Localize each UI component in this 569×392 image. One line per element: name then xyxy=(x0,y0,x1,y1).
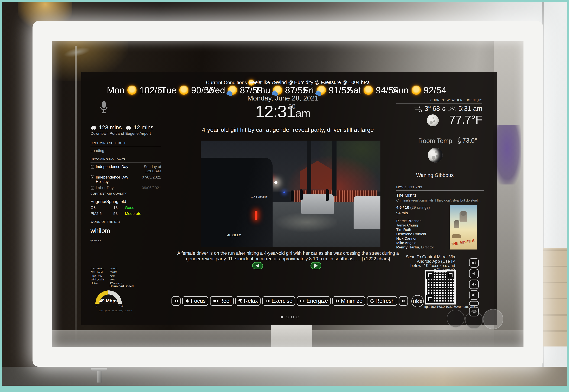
calendar-icon xyxy=(91,185,94,190)
word: whilom xyxy=(91,227,161,235)
parked-car xyxy=(354,196,380,229)
refresh-icon xyxy=(370,299,374,303)
officer-silhouette xyxy=(291,190,294,201)
sunny-icon xyxy=(127,85,137,95)
blank-pill-button[interactable] xyxy=(469,301,479,306)
commute-duration: 123 mins xyxy=(99,124,122,131)
word-of-the-day: WORD OF THE DAY whilom former xyxy=(91,220,161,243)
vanity-counter xyxy=(2,367,567,386)
car-icon xyxy=(91,125,97,130)
volume-up-button[interactable] xyxy=(469,258,479,268)
aq-status: Good xyxy=(125,205,134,210)
scene-toolbar: Focus Reef Relax Exercise Energize Minim… xyxy=(171,296,408,306)
pagination-dot[interactable] xyxy=(286,316,289,318)
lamp-glow xyxy=(18,2,72,28)
aq-status: Moderate xyxy=(125,211,141,216)
wind-direction: N xyxy=(428,105,431,109)
sunrise-time: 5:31 am xyxy=(458,105,482,112)
battery-icon xyxy=(300,299,305,303)
section-header: UPCOMING SCHEDULE xyxy=(91,141,161,146)
sunny-icon xyxy=(412,85,421,95)
pagination-dot[interactable] xyxy=(291,316,294,318)
gauge-max: 100 xyxy=(119,305,123,307)
towel-reflection xyxy=(271,324,312,347)
forecast-day: Thu87/55 xyxy=(254,85,308,95)
news-body: A female driver is on the run after hitt… xyxy=(177,250,399,262)
shower-bar-reflection xyxy=(75,46,77,341)
room-temp-value: 73.0° xyxy=(458,137,477,144)
mute-button[interactable] xyxy=(469,280,479,289)
forecast-day: Sat94/54 xyxy=(347,85,399,95)
word-definition: former xyxy=(91,239,161,243)
forecast-day: Wed87/59 xyxy=(207,85,263,95)
movie-listings: MOVIE LISTINGS The Misfits Criminals are… xyxy=(396,186,484,250)
news-photo: WORKFORIT MURILLO xyxy=(201,140,380,247)
hide-button[interactable]: Hide xyxy=(411,295,424,307)
upcoming-schedule: UPCOMING SCHEDULE Loading ... xyxy=(91,141,161,153)
energize-mode-button[interactable]: Energize xyxy=(297,296,331,306)
moon-phase-label: Waning Gibbous xyxy=(416,172,454,178)
sunny-icon xyxy=(179,85,188,95)
forecast-day: Mon102/61 xyxy=(107,85,167,95)
prev-article-button[interactable] xyxy=(252,262,263,269)
current-weather-header: CURRENT WEATHER EUGENE,US xyxy=(396,98,482,103)
officer-silhouette xyxy=(300,189,303,200)
relax-mode-button[interactable]: Relax xyxy=(235,296,261,306)
tail-light xyxy=(255,211,257,220)
schedule-status: Loading ... xyxy=(91,148,161,153)
minimize-button[interactable]: Minimize xyxy=(332,296,365,306)
scan-instructions: Scan To Control Mirror Via Android App (… xyxy=(396,255,455,272)
movie-poster: THE MISFITS xyxy=(450,205,477,250)
focus-mode-button[interactable]: Focus xyxy=(182,296,208,306)
fast-forward-button[interactable] xyxy=(399,296,408,306)
silver-car xyxy=(301,194,334,214)
volume-down-button[interactable] xyxy=(469,290,479,300)
date-label: Monday, June 28, 2021 xyxy=(248,94,319,102)
movie-runtime: 94 min xyxy=(396,211,450,215)
movie-director: Renny Harlin xyxy=(396,245,419,249)
beach-umbrella-icon xyxy=(238,299,243,303)
reef-mode-button[interactable]: Reef xyxy=(210,296,234,306)
sunny-icon xyxy=(364,85,373,95)
gauge-min: 0 xyxy=(96,305,97,307)
rewind-button[interactable] xyxy=(171,296,181,306)
speaker-mute-icon xyxy=(471,282,477,287)
refresh-button[interactable]: Refresh xyxy=(367,296,398,306)
next-article-button[interactable] xyxy=(310,262,321,269)
pressure-reading: Pressure @ 1004 hPa xyxy=(321,80,370,85)
page-indicator xyxy=(281,316,299,318)
speaker-low-icon xyxy=(471,293,477,297)
movie-cast: Pierce Brosnan Jamie Chung Tim Roth Herm… xyxy=(396,219,450,249)
pickup-truck: WORKFORIT MURILLO xyxy=(201,158,273,247)
current-conditions-label: Current Conditions xyxy=(206,80,247,85)
gauge-title: Download Speed xyxy=(96,284,147,288)
volume-controls xyxy=(469,258,479,316)
feels-like: Feels like 79° xyxy=(249,80,279,85)
police-light-blue xyxy=(283,192,285,193)
exercise-mode-button[interactable]: Exercise xyxy=(262,296,295,306)
mirror-power-icon xyxy=(465,311,483,329)
current-weather-row: 3N 68 5:31 am xyxy=(396,105,482,112)
news-headline: 4-year-old girl hit by car at gender rev… xyxy=(202,126,374,133)
section-header: UPCOMING HOLIDAYS xyxy=(91,158,161,163)
car-icon xyxy=(125,125,132,130)
pagination-dot[interactable] xyxy=(296,316,299,318)
system-stats: CPU Temp:54.0°C CPU Load:39.8% Free RAM:… xyxy=(91,266,131,285)
remote-qr-code xyxy=(425,270,456,305)
gauge-last-update: Last Update: 06/28/2021, 12:30 AM xyxy=(88,309,143,312)
aq-row: O3 18 Good xyxy=(91,205,161,210)
forecast-day: Fri91/52 xyxy=(303,85,352,95)
gauge-value: 49 Mbps xyxy=(92,298,125,304)
wind-icon xyxy=(414,106,423,112)
movie-rating: 4.6 / 10 (29 ratings) xyxy=(396,205,450,210)
volume-button[interactable] xyxy=(469,269,479,278)
shelf-reflection xyxy=(494,41,524,347)
movie-title: The Misfits xyxy=(396,193,484,198)
pagination-dot[interactable] xyxy=(281,316,283,318)
speaker-loud-icon xyxy=(471,260,477,265)
calendar-icon xyxy=(91,175,94,179)
forecast-day: Sun92/54 xyxy=(393,85,446,95)
section-header: WORD OF THE DAY xyxy=(91,220,161,225)
upcoming-holidays: UPCOMING HOLIDAYS Independence Day Sunda… xyxy=(91,158,161,190)
section-header: CURRENT AIR QUALITY xyxy=(91,192,161,197)
